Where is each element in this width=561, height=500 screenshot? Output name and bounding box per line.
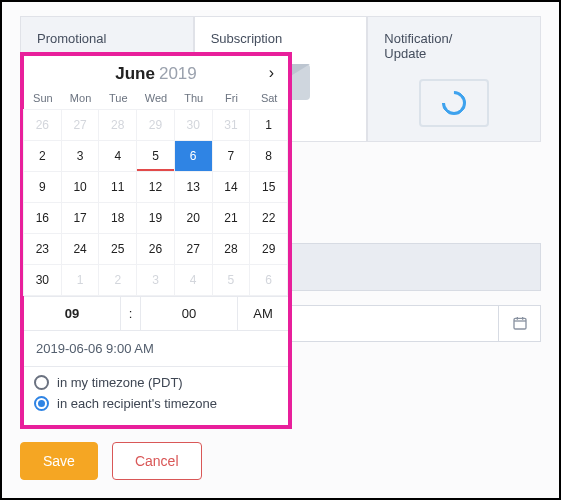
radio-icon bbox=[34, 396, 49, 411]
calendar-day[interactable]: 11 bbox=[98, 171, 137, 203]
tab-label: Notification/ bbox=[384, 31, 452, 46]
calendar-day[interactable]: 4 bbox=[98, 140, 137, 172]
calendar-day[interactable]: 28 bbox=[212, 233, 251, 265]
calendar-day[interactable]: 7 bbox=[212, 140, 251, 172]
calendar-day[interactable]: 19 bbox=[136, 202, 175, 234]
calendar-day[interactable]: 10 bbox=[61, 171, 100, 203]
timezone-options: in my timezone (PDT) in each recipient's… bbox=[24, 367, 288, 425]
notification-illustration bbox=[384, 79, 524, 127]
tz-label: in my timezone (PDT) bbox=[57, 375, 183, 390]
calendar-day[interactable]: 29 bbox=[249, 233, 288, 265]
calendar-icon[interactable] bbox=[499, 305, 541, 342]
tab-label: Subscription bbox=[211, 31, 283, 46]
time-picker-row: 09 : 00 AM bbox=[24, 296, 288, 331]
calendar-day[interactable]: 18 bbox=[98, 202, 137, 234]
calendar-week-row: 23242526272829 bbox=[24, 234, 288, 265]
calendar-day[interactable]: 6 bbox=[249, 264, 288, 296]
tab-notification[interactable]: Notification/ Update bbox=[367, 16, 541, 141]
calendar-day[interactable]: 16 bbox=[23, 202, 62, 234]
minute-field[interactable]: 00 bbox=[141, 297, 238, 330]
calendar-day[interactable]: 26 bbox=[136, 233, 175, 265]
refresh-icon bbox=[437, 86, 471, 120]
calendar-day[interactable]: 30 bbox=[174, 109, 213, 141]
weekday-label: Sun bbox=[24, 88, 62, 110]
calendar-day[interactable]: 21 bbox=[212, 202, 251, 234]
refresh-frame bbox=[419, 79, 489, 127]
calendar-day[interactable]: 5 bbox=[212, 264, 251, 296]
calendar-day[interactable]: 9 bbox=[23, 171, 62, 203]
action-buttons: Save Cancel bbox=[20, 442, 202, 480]
calendar-day[interactable]: 3 bbox=[61, 140, 100, 172]
weekday-label: Sat bbox=[250, 88, 288, 110]
calendar-day[interactable]: 12 bbox=[136, 171, 175, 203]
calendar-year: 2019 bbox=[159, 64, 197, 83]
calendar-month: June bbox=[115, 64, 155, 83]
date-picker: June2019 › SunMonTueWedThuFriSat 2627282… bbox=[20, 52, 292, 429]
ampm-field[interactable]: AM bbox=[238, 297, 288, 330]
calendar-grid: 2627282930311234567891011121314151617181… bbox=[24, 110, 288, 296]
calendar-day[interactable]: 2 bbox=[98, 264, 137, 296]
calendar-day[interactable]: 17 bbox=[61, 202, 100, 234]
tab-label: Update bbox=[384, 46, 426, 61]
weekday-header-row: SunMonTueWedThuFriSat bbox=[24, 88, 288, 110]
weekday-label: Mon bbox=[62, 88, 100, 110]
svg-rect-0 bbox=[514, 318, 526, 329]
calendar-week-row: 30123456 bbox=[24, 265, 288, 296]
save-button[interactable]: Save bbox=[20, 442, 98, 480]
calendar-day[interactable]: 27 bbox=[61, 109, 100, 141]
calendar-day[interactable]: 25 bbox=[98, 233, 137, 265]
tz-option-mine[interactable]: in my timezone (PDT) bbox=[34, 375, 278, 390]
tz-label: in each recipient's timezone bbox=[57, 396, 217, 411]
calendar-day[interactable]: 31 bbox=[212, 109, 251, 141]
calendar-day[interactable]: 28 bbox=[98, 109, 137, 141]
calendar-week-row: 2627282930311 bbox=[24, 110, 288, 141]
calendar-day[interactable]: 15 bbox=[249, 171, 288, 203]
tab-label: Promotional bbox=[37, 31, 106, 46]
calendar-day[interactable]: 30 bbox=[23, 264, 62, 296]
calendar-week-row: 16171819202122 bbox=[24, 203, 288, 234]
time-colon: : bbox=[121, 297, 141, 330]
calendar-day[interactable]: 14 bbox=[212, 171, 251, 203]
calendar-day[interactable]: 29 bbox=[136, 109, 175, 141]
calendar-day[interactable]: 6 bbox=[174, 140, 213, 172]
selected-datetime-display[interactable]: 2019-06-06 9:00 AM bbox=[24, 331, 288, 367]
tz-option-recipient[interactable]: in each recipient's timezone bbox=[34, 396, 278, 411]
calendar-day[interactable]: 24 bbox=[61, 233, 100, 265]
calendar-day[interactable]: 20 bbox=[174, 202, 213, 234]
calendar-week-row: 9101112131415 bbox=[24, 172, 288, 203]
calendar-week-row: 2345678 bbox=[24, 141, 288, 172]
calendar-day[interactable]: 8 bbox=[249, 140, 288, 172]
weekday-label: Wed bbox=[137, 88, 175, 110]
calendar-day[interactable]: 22 bbox=[249, 202, 288, 234]
calendar-day[interactable]: 5 bbox=[136, 140, 175, 172]
calendar-title: June2019 bbox=[115, 64, 197, 84]
calendar-day[interactable]: 1 bbox=[249, 109, 288, 141]
calendar-day[interactable]: 3 bbox=[136, 264, 175, 296]
calendar-day[interactable]: 26 bbox=[23, 109, 62, 141]
weekday-label: Tue bbox=[99, 88, 137, 110]
calendar-day[interactable]: 4 bbox=[174, 264, 213, 296]
cancel-button[interactable]: Cancel bbox=[112, 442, 202, 480]
radio-icon bbox=[34, 375, 49, 390]
weekday-label: Thu bbox=[175, 88, 213, 110]
calendar-day[interactable]: 27 bbox=[174, 233, 213, 265]
calendar-day[interactable]: 1 bbox=[61, 264, 100, 296]
calendar-day[interactable]: 13 bbox=[174, 171, 213, 203]
hour-field[interactable]: 09 bbox=[24, 297, 121, 330]
calendar-header: June2019 › bbox=[24, 56, 288, 88]
weekday-label: Fri bbox=[213, 88, 251, 110]
calendar-day[interactable]: 23 bbox=[23, 233, 62, 265]
calendar-day[interactable]: 2 bbox=[23, 140, 62, 172]
next-month-button[interactable]: › bbox=[269, 64, 274, 82]
